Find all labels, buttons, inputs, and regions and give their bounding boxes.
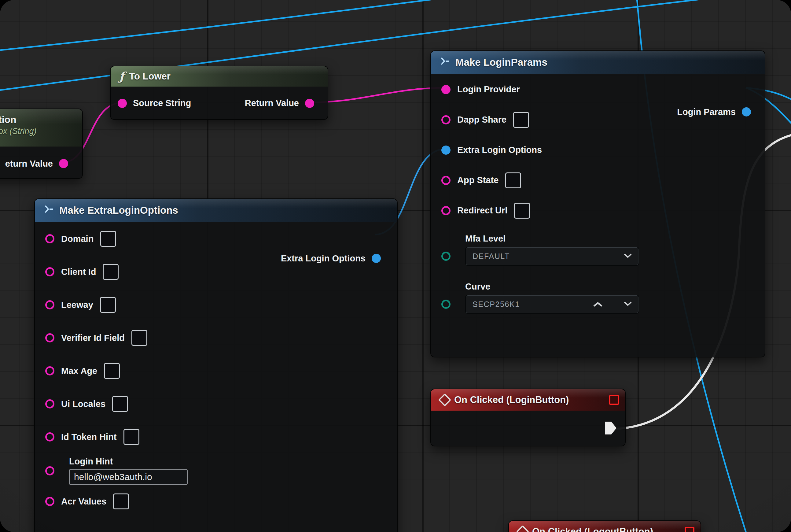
return-value-pin[interactable] xyxy=(305,99,314,108)
login-hint-pin[interactable] xyxy=(45,466,54,475)
domain-pin[interactable] xyxy=(45,234,54,243)
pin-label: Login Params xyxy=(677,107,736,117)
client-id-pin[interactable] xyxy=(45,267,54,277)
pin-row: Id Token Hint xyxy=(35,420,397,453)
delegate-pin[interactable] xyxy=(684,527,694,532)
chevron-down-icon xyxy=(624,301,632,307)
dapp-share-pin[interactable] xyxy=(441,115,450,125)
node-subtitle: ox (String) xyxy=(0,127,82,136)
node-on-clicked-logout-button[interactable]: On Clicked (LogoutButton) xyxy=(508,520,701,532)
node-title: To Lower xyxy=(129,71,170,82)
pin-row: Redirect Url xyxy=(431,195,765,226)
make-struct-icon xyxy=(440,57,450,68)
chevron-down-icon xyxy=(624,253,632,259)
event-diamond-icon xyxy=(438,394,451,406)
client-id-checkbox[interactable] xyxy=(103,264,119,280)
ui-locales-pin[interactable] xyxy=(45,399,54,408)
leeway-checkbox[interactable] xyxy=(100,297,116,313)
delegate-pin[interactable] xyxy=(609,395,619,405)
id-token-hint-pin[interactable] xyxy=(45,432,54,441)
max-age-checkbox[interactable] xyxy=(104,363,120,379)
mfa-level-dropdown[interactable]: DEFAULT xyxy=(465,247,639,266)
ui-locales-checkbox[interactable] xyxy=(112,396,128,412)
redirect-url-pin[interactable] xyxy=(441,206,450,215)
verifier-id-field-pin[interactable] xyxy=(45,333,54,342)
node-to-lower[interactable]: ƒ To Lower Source String Return Value xyxy=(110,66,328,120)
id-token-hint-checkbox[interactable] xyxy=(123,429,139,445)
pin-row: Mfa Level DEFAULT xyxy=(431,233,765,266)
source-string-pin[interactable] xyxy=(118,99,127,108)
dapp-share-checkbox[interactable] xyxy=(513,112,529,128)
node-title: Make ExtraLoginOptions xyxy=(59,205,178,216)
node-get-text-partial[interactable]: tion ox (String) eturn Value xyxy=(0,109,83,179)
login-hint-input[interactable] xyxy=(69,469,188,485)
pin-label: eturn Value xyxy=(5,159,53,169)
curve-dropdown[interactable]: SECP256K1 xyxy=(465,295,639,314)
node-title: On Clicked (LogoutButton) xyxy=(532,526,653,532)
verifier-id-field-checkbox[interactable] xyxy=(131,330,147,346)
extra-login-options-pin[interactable] xyxy=(441,146,450,155)
pin-row: Max Age xyxy=(35,354,397,387)
app-state-pin[interactable] xyxy=(441,176,450,185)
domain-checkbox[interactable] xyxy=(100,231,116,247)
node-on-clicked-login-button[interactable]: On Clicked (LoginButton) xyxy=(430,388,626,446)
pin-row: Extra Login Options xyxy=(431,135,765,165)
acr-values-pin[interactable] xyxy=(45,497,54,506)
acr-values-checkbox[interactable] xyxy=(113,493,129,509)
leeway-pin[interactable] xyxy=(45,300,54,309)
curve-pin[interactable] xyxy=(441,300,450,309)
function-icon: ƒ xyxy=(119,71,124,82)
mfa-level-pin[interactable] xyxy=(441,252,450,261)
node-make-login-params[interactable]: Make LoginParams Login Params Login Prov… xyxy=(430,51,765,357)
pin-label: Return Value xyxy=(245,98,299,108)
wire-tolower-to-login-provider xyxy=(309,88,446,102)
pin-row: Domain xyxy=(35,222,397,255)
pin-label: Source String xyxy=(133,98,191,108)
make-struct-icon xyxy=(44,205,54,216)
login-params-out-pin[interactable] xyxy=(742,107,751,116)
node-title: On Clicked (LoginButton) xyxy=(454,394,569,405)
extra-login-options-out-pin[interactable] xyxy=(372,254,381,263)
pin-row: Ui Locales xyxy=(35,387,397,420)
node-title: Make LoginParams xyxy=(456,57,547,68)
redirect-url-checkbox[interactable] xyxy=(514,203,530,218)
pin-row: Acr Values xyxy=(35,485,397,518)
blueprint-graph-canvas[interactable]: tion ox (String) eturn Value ƒ To Lower … xyxy=(0,0,791,532)
login-provider-pin[interactable] xyxy=(441,85,450,94)
node-title: tion xyxy=(0,114,82,125)
event-diamond-icon xyxy=(516,525,529,532)
return-value-pin[interactable] xyxy=(59,159,68,168)
pin-row: App State xyxy=(431,165,765,195)
max-age-pin[interactable] xyxy=(45,366,54,376)
pin-label: Extra Login Options xyxy=(281,253,366,264)
collapse-node-button[interactable] xyxy=(593,302,603,309)
pin-row: Leeway xyxy=(35,288,397,321)
pin-row: Login Provider xyxy=(431,74,765,104)
pin-row: Verifier Id Field xyxy=(35,321,397,354)
wire-cyan-top-b xyxy=(0,0,599,51)
pin-row: Login Hint xyxy=(35,456,397,485)
exec-out-pin[interactable] xyxy=(605,422,616,435)
app-state-checkbox[interactable] xyxy=(505,172,521,188)
node-make-extra-login-options[interactable]: Make ExtraLoginOptions Extra Login Optio… xyxy=(34,198,398,532)
pin-row: Curve SECP256K1 xyxy=(431,282,765,314)
